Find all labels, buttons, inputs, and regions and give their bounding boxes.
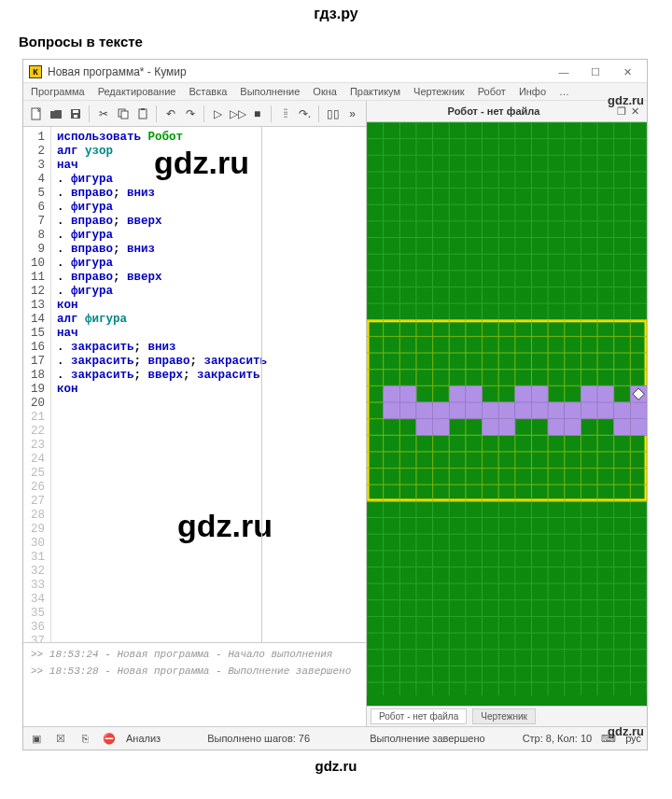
code-editor[interactable]: 1234567891011121314151617181920212223242…: [23, 127, 366, 642]
svg-rect-115: [548, 419, 565, 436]
log-line-2: >> 18:53:28 - Новая программа - Выполнен…: [31, 666, 358, 677]
open-file-icon[interactable]: [47, 105, 64, 122]
menu-program[interactable]: Программа: [31, 86, 85, 97]
svg-rect-124: [630, 419, 647, 436]
new-file-icon[interactable]: [27, 105, 45, 122]
svg-rect-106: [483, 402, 499, 419]
menu-drafter[interactable]: Чертежник: [413, 86, 465, 97]
svg-rect-94: [384, 385, 400, 402]
svg-rect-3: [74, 115, 77, 118]
status-run: Выполнение завершено: [370, 733, 484, 744]
robot-tab-robot[interactable]: Робот - нет файла: [371, 708, 467, 724]
save-file-icon[interactable]: [66, 105, 84, 122]
stop-icon[interactable]: ■: [248, 105, 266, 122]
robot-tab-drafter[interactable]: Чертежник: [472, 708, 536, 724]
svg-rect-119: [581, 402, 597, 419]
title-bar: К Новая программа* - Кумир — ☐ ✕: [23, 60, 647, 83]
svg-rect-100: [433, 419, 450, 436]
menu-practicum[interactable]: Практикум: [350, 86, 400, 97]
svg-rect-117: [565, 402, 581, 419]
svg-rect-122: [614, 402, 631, 419]
svg-rect-125: [630, 402, 647, 419]
log-output: >> 18:53:24 - Новая программа - Начало в…: [23, 642, 366, 726]
menu-dots[interactable]: …: [559, 86, 569, 97]
menu-insert[interactable]: Вставка: [189, 86, 227, 97]
status-analysis: Анализ: [126, 733, 161, 744]
svg-rect-5: [121, 111, 128, 119]
svg-rect-121: [597, 385, 614, 402]
robot-field[interactable]: [367, 122, 647, 706]
sb-icon-4[interactable]: ⛔: [102, 731, 117, 746]
keyboard-icon[interactable]: ⌨: [601, 731, 616, 746]
page-bottom-label: gdz.ru: [0, 750, 672, 778]
svg-rect-2: [73, 110, 78, 113]
svg-rect-104: [466, 402, 483, 419]
svg-rect-105: [466, 385, 483, 402]
svg-rect-96: [399, 402, 416, 419]
minimize-button[interactable]: —: [550, 63, 578, 80]
app-icon: К: [29, 65, 42, 78]
main-area: ✂ ↶ ↷ ▷ ▷▷ ■ ⦙⦙ ↷. ▯▯ » 1234567891011121…: [23, 101, 647, 726]
robot-tabs: Робот - нет файла Чертежник: [367, 706, 647, 726]
page-top-label: гдз.ру: [0, 0, 672, 30]
view1-icon[interactable]: ▯▯: [324, 105, 342, 122]
robot-pane: Робот - нет файла ❐ ✕ Робот - нет файла …: [367, 101, 647, 726]
run-fast-icon[interactable]: ▷▷: [229, 105, 246, 122]
log-line-1: >> 18:53:24 - Новая программа - Начало в…: [31, 649, 358, 660]
svg-rect-99: [416, 419, 433, 436]
svg-rect-107: [483, 419, 499, 436]
svg-rect-114: [548, 402, 565, 419]
maximize-button[interactable]: ☐: [581, 63, 609, 80]
toolbar: ✂ ↶ ↷ ▷ ▷▷ ■ ⦙⦙ ↷. ▯▯ »: [23, 101, 366, 127]
copy-icon[interactable]: [114, 105, 132, 122]
paste-icon[interactable]: [133, 105, 151, 122]
window-title: Новая программа* - Кумир: [48, 65, 187, 78]
menu-info[interactable]: Инфо: [519, 86, 546, 97]
menu-bar: Программа Редактирование Вставка Выполне…: [23, 83, 647, 101]
column-ruler: [261, 127, 262, 642]
undo-icon[interactable]: ↶: [161, 105, 179, 122]
svg-rect-109: [498, 402, 515, 419]
svg-rect-98: [416, 402, 433, 419]
svg-rect-123: [614, 419, 631, 436]
status-lang: рус: [625, 733, 641, 744]
svg-rect-116: [565, 419, 581, 436]
robot-header-title: Робот - нет файла: [372, 105, 615, 117]
status-bar: ▣ ☒ ⎘ ⛔ Анализ Выполнено шагов: 76 Выпол…: [23, 726, 647, 750]
menu-edit[interactable]: Редактирование: [98, 86, 176, 97]
sb-icon-3[interactable]: ⎘: [77, 731, 92, 746]
sb-icon-1[interactable]: ▣: [29, 731, 44, 746]
menu-robot[interactable]: Робот: [478, 86, 506, 97]
svg-rect-108: [498, 419, 515, 436]
close-button[interactable]: ✕: [613, 63, 641, 80]
line-gutter: 1234567891011121314151617181920212223242…: [23, 127, 51, 642]
menu-windows[interactable]: Окна: [313, 86, 337, 97]
redo-icon[interactable]: ↷: [181, 105, 199, 122]
svg-rect-113: [531, 385, 548, 402]
svg-rect-95: [384, 402, 400, 419]
close-panel-icon[interactable]: ✕: [628, 105, 641, 118]
run-icon[interactable]: ▷: [209, 105, 227, 122]
view2-icon[interactable]: »: [343, 105, 361, 122]
robot-header: Робот - нет файла ❐ ✕: [367, 101, 647, 122]
step-over-icon[interactable]: ↷.: [296, 105, 314, 122]
svg-rect-120: [597, 402, 614, 419]
svg-rect-101: [433, 402, 450, 419]
svg-rect-6: [139, 109, 147, 119]
sb-icon-2[interactable]: ☒: [53, 731, 68, 746]
svg-rect-102: [449, 385, 466, 402]
questions-heading: Вопросы в тексте: [0, 30, 672, 59]
menu-run[interactable]: Выполнение: [240, 86, 300, 97]
kumir-window: К Новая программа* - Кумир — ☐ ✕ Програм…: [22, 59, 648, 750]
status-steps: Выполнено шагов: 76: [207, 733, 310, 744]
svg-rect-112: [531, 402, 548, 419]
svg-rect-7: [141, 108, 145, 110]
svg-rect-110: [515, 385, 532, 402]
svg-rect-97: [399, 385, 416, 402]
code-content[interactable]: использовать Роботалг узорнач. фигура. в…: [51, 127, 366, 642]
step-icon[interactable]: ⦙⦙: [276, 105, 294, 122]
left-pane: ✂ ↶ ↷ ▷ ▷▷ ■ ⦙⦙ ↷. ▯▯ » 1234567891011121…: [23, 101, 367, 726]
status-cursor: Стр: 8, Кол: 10: [523, 733, 593, 744]
cut-icon[interactable]: ✂: [94, 105, 112, 122]
detach-icon[interactable]: ❐: [615, 105, 628, 118]
